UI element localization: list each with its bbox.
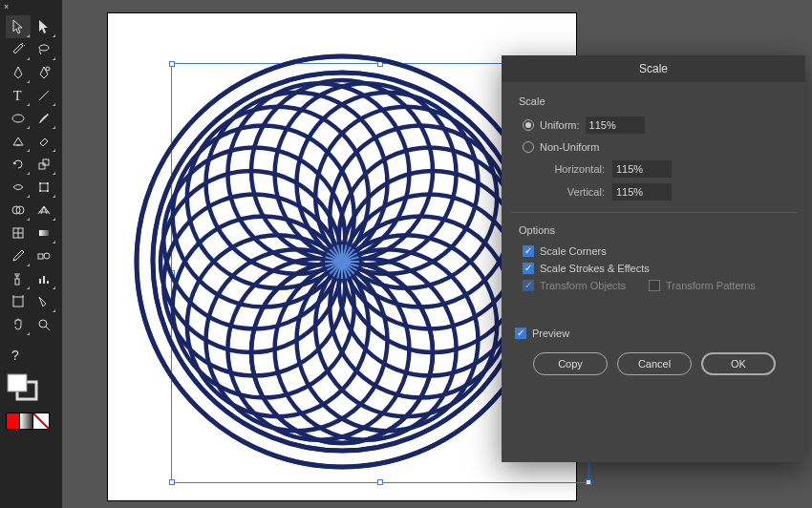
svg-rect-30 — [8, 374, 27, 392]
close-icon[interactable]: × — [4, 2, 9, 11]
help-tool[interactable]: ? — [6, 344, 56, 367]
tools-panel: × T ? — [0, 0, 62, 508]
options-section-label: Options — [519, 224, 790, 236]
pen-tool[interactable] — [6, 61, 31, 84]
scale-section-label: Scale — [519, 95, 790, 107]
svg-point-1 — [46, 67, 50, 71]
svg-rect-5 — [39, 163, 45, 169]
svg-point-19 — [44, 253, 50, 259]
fill-stroke-proxy[interactable] — [0, 369, 62, 409]
svg-point-4 — [12, 115, 24, 122]
preview-row[interactable]: Preview — [515, 328, 790, 339]
transform-objects-label: Transform Objects — [540, 280, 626, 291]
selection-tool[interactable] — [6, 15, 31, 38]
scale-strokes-checkbox[interactable] — [523, 263, 534, 274]
copy-button[interactable]: Copy — [533, 352, 608, 375]
svg-rect-17 — [39, 230, 49, 236]
paintbrush-tool[interactable] — [32, 107, 56, 130]
svg-point-9 — [47, 182, 49, 184]
hand-tool[interactable] — [6, 313, 31, 336]
type-tool[interactable]: T — [6, 84, 31, 107]
artboard-tool[interactable] — [6, 290, 31, 313]
svg-rect-24 — [13, 297, 23, 307]
nonuniform-radio[interactable] — [523, 141, 534, 153]
tools-grid: T ? — [0, 13, 62, 369]
svg-point-10 — [39, 190, 41, 192]
none-swatch[interactable] — [32, 413, 50, 430]
panel-close-bar[interactable]: × — [0, 0, 62, 13]
resize-handle-br[interactable] — [586, 479, 591, 485]
lasso-tool[interactable] — [32, 38, 56, 61]
ok-button[interactable]: OK — [701, 352, 776, 375]
svg-rect-7 — [40, 183, 48, 191]
transform-objects-row: Transform Objects Transform Patterns — [523, 280, 790, 291]
uniform-radio[interactable] — [523, 119, 534, 131]
scale-corners-row[interactable]: Scale Corners — [523, 245, 790, 257]
svg-point-0 — [39, 45, 49, 51]
rectangle-tool[interactable] — [6, 107, 31, 130]
horizontal-label: Horizontal: — [536, 163, 605, 175]
svg-rect-22 — [43, 276, 45, 284]
preview-checkbox[interactable] — [515, 328, 526, 339]
svg-point-8 — [39, 182, 41, 184]
perspective-grid-tool[interactable] — [32, 199, 56, 222]
svg-rect-6 — [43, 159, 49, 165]
zoom-tool[interactable] — [32, 313, 56, 336]
cancel-button[interactable]: Cancel — [617, 352, 692, 375]
scale-strokes-row[interactable]: Scale Strokes & Effects — [523, 263, 790, 274]
scale-dialog: Scale Scale Uniform: Non-Uniform Horizon… — [502, 55, 805, 462]
scale-corners-label: Scale Corners — [540, 245, 607, 257]
svg-text:T: T — [13, 89, 22, 103]
resize-handle-bl[interactable] — [169, 479, 175, 485]
free-transform-tool[interactable] — [32, 176, 56, 199]
slice-tool[interactable] — [32, 290, 56, 313]
resize-handle-tm[interactable] — [377, 61, 383, 67]
resize-handle-tl[interactable] — [169, 61, 175, 67]
svg-point-27 — [39, 320, 47, 328]
direct-selection-tool[interactable] — [32, 15, 56, 38]
column-graph-tool[interactable] — [32, 267, 56, 290]
svg-rect-18 — [38, 254, 43, 259]
curvature-tool[interactable] — [32, 61, 56, 84]
preview-label: Preview — [532, 328, 569, 339]
eraser-tool[interactable] — [32, 130, 56, 153]
nonuniform-radio-row[interactable]: Non-Uniform — [523, 141, 790, 153]
uniform-input[interactable] — [586, 116, 645, 134]
dialog-title: Scale — [502, 55, 805, 82]
uniform-radio-row[interactable]: Uniform: — [523, 116, 790, 134]
shaper-tool[interactable] — [6, 130, 31, 153]
line-tool[interactable] — [32, 84, 56, 107]
svg-rect-23 — [47, 281, 49, 284]
eyedropper-tool[interactable] — [6, 244, 31, 267]
scale-tool[interactable] — [32, 153, 56, 176]
symbol-sprayer-tool[interactable] — [6, 267, 31, 290]
mesh-tool[interactable] — [6, 222, 31, 244]
vertical-label: Vertical: — [536, 186, 605, 198]
scale-corners-checkbox[interactable] — [523, 245, 534, 257]
transform-objects-checkbox — [523, 280, 534, 291]
svg-rect-20 — [15, 279, 19, 285]
shape-builder-tool[interactable] — [6, 199, 31, 222]
nonuniform-label: Non-Uniform — [540, 141, 599, 153]
resize-handle-ml[interactable] — [169, 270, 175, 276]
svg-line-28 — [46, 327, 50, 330]
svg-point-11 — [47, 190, 49, 192]
svg-rect-21 — [39, 279, 41, 284]
transform-patterns-label: Transform Patterns — [666, 280, 756, 291]
scale-strokes-label: Scale Strokes & Effects — [540, 263, 650, 274]
svg-line-3 — [39, 91, 49, 100]
rotate-tool[interactable] — [6, 153, 31, 176]
magic-wand-tool[interactable] — [6, 38, 31, 61]
resize-handle-bm[interactable] — [377, 479, 383, 485]
blend-tool[interactable] — [32, 244, 56, 267]
color-mode-row — [0, 409, 62, 434]
width-tool[interactable] — [6, 176, 31, 199]
horizontal-input[interactable] — [612, 160, 672, 178]
vertical-input[interactable] — [612, 183, 672, 201]
transform-patterns-checkbox — [649, 280, 660, 291]
uniform-label: Uniform: — [540, 119, 580, 131]
gradient-tool[interactable] — [32, 222, 56, 244]
